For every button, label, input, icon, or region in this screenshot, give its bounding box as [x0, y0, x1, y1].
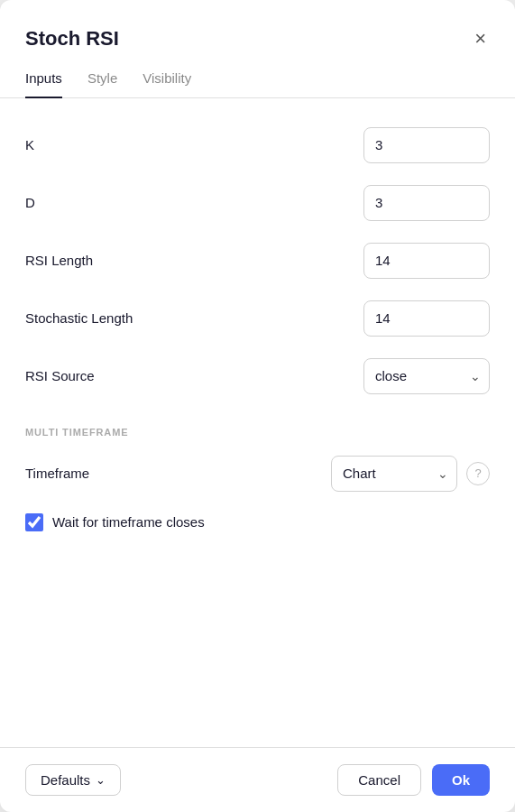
rsi-length-input[interactable] — [363, 243, 490, 279]
k-input[interactable] — [363, 127, 490, 163]
stochastic-length-row: Stochastic Length — [25, 300, 490, 337]
k-row: K — [25, 127, 490, 163]
stochastic-length-label: Stochastic Length — [25, 310, 133, 326]
tab-bar: Inputs Style Visibility — [0, 52, 515, 98]
tab-style[interactable]: Style — [87, 70, 117, 98]
stochastic-length-input[interactable] — [363, 300, 490, 337]
timeframe-right: Chart 1m 5m 15m 30m 1H 4H 1D 1W ⌄ ? — [331, 456, 490, 492]
d-row: D — [25, 185, 490, 221]
defaults-label: Defaults — [41, 772, 90, 788]
cancel-button[interactable]: Cancel — [337, 764, 421, 796]
defaults-chevron-down-icon: ⌄ — [96, 773, 106, 787]
dialog-body: K D RSI Length Stochastic Length RSI Sou… — [0, 98, 515, 748]
wait-timeframe-label: Wait for timeframe closes — [52, 514, 205, 530]
rsi-length-label: RSI Length — [25, 253, 93, 268]
tab-inputs[interactable]: Inputs — [25, 70, 62, 98]
d-label: D — [25, 195, 35, 210]
dialog-footer: Defaults ⌄ Cancel Ok — [0, 747, 515, 812]
help-icon[interactable]: ? — [466, 462, 490, 485]
k-label: K — [25, 137, 34, 152]
multi-timeframe-section-label: MULTI TIMEFRAME — [25, 427, 490, 438]
timeframe-row: Timeframe Chart 1m 5m 15m 30m 1H 4H 1D 1… — [25, 456, 490, 492]
wait-timeframe-checkbox[interactable] — [25, 513, 43, 531]
footer-actions: Cancel Ok — [337, 764, 490, 796]
timeframe-select-wrapper: Chart 1m 5m 15m 30m 1H 4H 1D 1W ⌄ — [331, 456, 457, 492]
timeframe-label: Timeframe — [25, 466, 89, 481]
dialog-title: Stoch RSI — [25, 27, 119, 51]
defaults-button[interactable]: Defaults ⌄ — [25, 764, 121, 796]
timeframe-select[interactable]: Chart 1m 5m 15m 30m 1H 4H 1D 1W — [331, 456, 457, 492]
dialog-header: Stoch RSI × — [0, 0, 515, 52]
rsi-length-row: RSI Length — [25, 243, 490, 279]
rsi-source-row: RSI Source close open high low hl2 hlc3 … — [25, 358, 490, 394]
tab-visibility[interactable]: Visibility — [143, 70, 191, 98]
stoch-rsi-dialog: Stoch RSI × Inputs Style Visibility K D … — [0, 0, 515, 812]
rsi-source-label: RSI Source — [25, 368, 95, 383]
wait-timeframe-row: Wait for timeframe closes — [25, 513, 490, 531]
close-button[interactable]: × — [471, 25, 490, 52]
d-input[interactable] — [363, 185, 490, 221]
ok-button[interactable]: Ok — [432, 764, 490, 796]
rsi-source-select[interactable]: close open high low hl2 hlc3 ohlc4 — [363, 358, 490, 394]
rsi-source-select-wrapper: close open high low hl2 hlc3 ohlc4 ⌄ — [363, 358, 490, 394]
